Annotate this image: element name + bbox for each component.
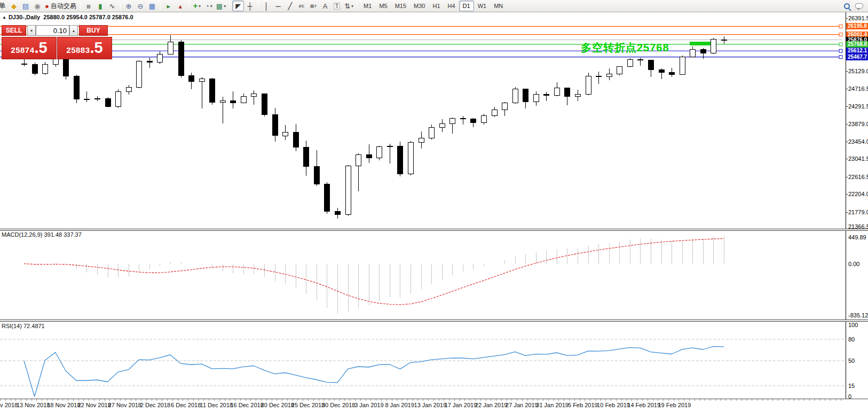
tile-windows-button[interactable]: ▦ (146, 1, 158, 11)
level-marker-25768.8[interactable] (839, 43, 842, 46)
zoom-out-button[interactable]: ⊖ (135, 1, 146, 11)
dropdown-caret-icon[interactable]: ▾ (351, 4, 353, 9)
candle (555, 88, 560, 96)
timeframe-h4[interactable]: H4 (444, 1, 459, 11)
price-tick (846, 177, 848, 177)
timeframe-h1[interactable]: H1 (429, 1, 444, 11)
indicator-window-button[interactable]: ▴ (175, 1, 186, 11)
candle (314, 167, 320, 184)
bar-chart-button[interactable]: ||| (83, 1, 94, 11)
text-icon: A (323, 2, 328, 10)
indicators-list-button[interactable]: ▸ (163, 1, 175, 11)
crosshair-button[interactable]: ┼ (244, 1, 256, 11)
timeframe-m30[interactable]: M30 (410, 1, 429, 11)
timeframe-m1[interactable]: M1 (360, 1, 375, 11)
chat-icon[interactable] (855, 3, 863, 9)
signal-button[interactable]: ◉ (31, 1, 43, 11)
dropdown-caret-icon[interactable]: ▾ (199, 4, 201, 9)
sell-price-display[interactable]: 25874.5 (2, 37, 57, 59)
arrows-button[interactable]: ⇅▾ (343, 1, 355, 11)
indicators-list-icon: ▸ (167, 2, 171, 10)
toolbar-separator (258, 2, 258, 10)
annotation-highlight[interactable] (690, 42, 711, 45)
price-tick (846, 89, 848, 89)
pane-separator-macd[interactable] (0, 229, 868, 231)
candlestick-chart-button[interactable]: ▮ (94, 1, 106, 11)
level-marker-26001.4[interactable] (839, 33, 842, 36)
level-marker-25467.7[interactable] (839, 56, 842, 59)
label-icon: T (334, 3, 340, 10)
timeframe-m5[interactable]: M5 (375, 1, 391, 11)
chart-canvas[interactable] (0, 12, 868, 412)
autotrading-label: 自动交易 (51, 2, 76, 11)
sell-button[interactable]: SELL (2, 25, 26, 36)
line-chart-button[interactable]: ∿ (106, 1, 118, 11)
new-order-icon: 单 (0, 1, 6, 11)
rsi-axis-label: 100 (848, 322, 858, 328)
label-button[interactable]: T (331, 1, 343, 11)
template-button[interactable]: ▩▾ (215, 1, 227, 11)
chart-area[interactable]: ▲DJ30-,Daily 25880.0 25954.0 25787.0 258… (0, 12, 868, 412)
timeframe-w1[interactable]: W1 (474, 1, 491, 11)
fibonacci-button[interactable]: ≡F (307, 1, 319, 11)
timeframe-m15[interactable]: M15 (391, 1, 410, 11)
tile-windows-icon: ▦ (149, 2, 155, 10)
candle (523, 89, 528, 102)
add-indicator-button[interactable]: +▾ (191, 1, 203, 11)
channel-button[interactable]: //E (296, 1, 307, 11)
crosshair-icon: ┼ (248, 2, 252, 10)
level-marker-25612.1[interactable] (839, 49, 842, 52)
candle (116, 92, 121, 107)
buy-button[interactable]: BUY (79, 25, 108, 36)
candle (262, 94, 267, 114)
text-button[interactable]: A (319, 1, 331, 11)
candle (147, 61, 153, 63)
price-axis-label: 23041.5 (848, 156, 868, 162)
zoom-in-button[interactable]: ⊕ (123, 1, 135, 11)
gold-order-button[interactable]: ◆ (8, 1, 20, 11)
collapse-arrow-icon[interactable]: ▲ (2, 15, 6, 20)
candle (649, 60, 654, 69)
rsi-line (24, 346, 724, 397)
candle (711, 39, 716, 53)
pane-separator-rsi[interactable] (0, 320, 868, 322)
add-indicator-icon: + (193, 2, 198, 10)
candle (325, 184, 330, 211)
dropdown-caret-icon[interactable]: ▾ (210, 4, 212, 9)
lot-decrease-button[interactable]: ▼ (27, 25, 36, 36)
chart-annotation-text[interactable]: 多空转折点25768 (581, 41, 669, 55)
timeframe-d1[interactable]: D1 (459, 1, 474, 11)
toolbar-separator (188, 2, 189, 10)
lot-size-input[interactable] (36, 25, 69, 36)
candle (669, 72, 675, 74)
dropdown-caret-icon[interactable]: ▾ (224, 4, 226, 9)
macd-indicator-label: MACD(12,26,9) 391.48 337.37 (2, 231, 82, 238)
candle (294, 133, 299, 147)
market-watch-button[interactable]: ▤ (20, 1, 31, 11)
autotrading-button[interactable]: ●自动交易 (43, 1, 78, 11)
date-axis-label: 16 Dec 2018 (230, 402, 263, 408)
candle (273, 114, 278, 136)
horizontal-line-button[interactable]: ─ (272, 1, 284, 11)
trendline-button[interactable]: ╱ (284, 1, 296, 11)
date-axis-label: 2 Dec 2018 (140, 402, 170, 408)
cursor-button[interactable]: ◤ (232, 1, 244, 11)
zoom-in-icon: ⊕ (125, 2, 131, 10)
symbol-title: DJ30-,Daily (9, 14, 40, 20)
vertical-line-button[interactable]: │ (261, 1, 272, 11)
search-icon[interactable] (844, 3, 850, 9)
timeframe-mn[interactable]: MN (490, 1, 507, 11)
toolbar-separator (357, 2, 358, 10)
candle (304, 147, 309, 167)
period-clock-button[interactable]: ◔▾ (203, 1, 215, 11)
candle (482, 116, 487, 122)
horizontal-line-icon: ─ (276, 2, 281, 10)
candle (53, 59, 59, 65)
buy-price-display[interactable]: 25883.5 (57, 37, 112, 59)
new-order-button[interactable]: 单 (0, 1, 8, 11)
candle (701, 49, 706, 53)
lot-increase-button[interactable]: ▲ (69, 25, 78, 36)
candle (251, 94, 257, 97)
price-tick (846, 71, 848, 72)
level-marker-26195.8[interactable] (839, 25, 842, 28)
